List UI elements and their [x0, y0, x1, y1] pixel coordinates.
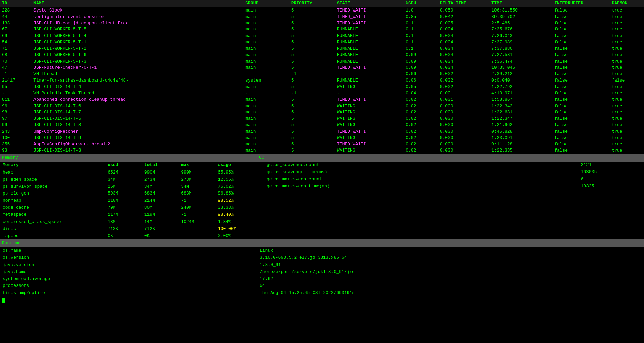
cell-mem-name: ps_survivor_space — [0, 183, 105, 190]
cell-group: - — [243, 90, 289, 97]
cell-daemon: true — [610, 33, 644, 39]
cell-priority: 5 — [289, 84, 335, 90]
cell-delta: 0.004 — [438, 65, 489, 71]
list-item: java.home /home/export/servers/jdk1.8.0_… — [0, 269, 644, 276]
cell-priority: 5 — [289, 77, 335, 84]
cell-state: WAITING — [335, 135, 404, 141]
cell-group: main — [243, 141, 289, 148]
cell-mem-total: 712K — [142, 226, 179, 233]
cell-delta: 0.000 — [438, 122, 489, 129]
cell-name: JSF-CLI-DIS-14-T-5 — [31, 116, 243, 122]
cell-name: JSF-CLI-WORKER-5-T-2 — [31, 46, 243, 52]
list-item: ps_eden_space 34M 273M 273M 12.55% — [0, 176, 257, 183]
cell-time: 10:33.045 — [489, 65, 552, 71]
cell-id: 67 — [0, 26, 31, 33]
table-row: -1 VM Thread - -1 - 0.06 0.002 2:39.212 … — [0, 71, 644, 77]
list-item: ps_survivor_space 25M 34M 34M 75.02% — [0, 183, 257, 190]
cell-id: 99 — [0, 122, 31, 129]
cell-gc-key: gc.ps_marksweep.time(ms) — [264, 183, 578, 190]
cell-interrupted: false — [552, 122, 610, 129]
list-item: mapped 0K 0K - 0.00% — [0, 233, 257, 240]
table-row: 69 JSF-CLI-WORKER-5-T-4 main 5 RUNNABLE … — [0, 33, 644, 39]
cell-mem-usage: 65.95% — [215, 169, 257, 176]
cell-time: 7:26.043 — [489, 33, 552, 39]
cell-priority: 5 — [289, 46, 335, 52]
list-item: code_cache 79M 80M 240M 33.33% — [0, 204, 257, 211]
cell-priority: 5 — [289, 122, 335, 129]
cell-time: 7:37.886 — [489, 46, 552, 52]
cell-interrupted: false — [552, 116, 610, 122]
cell-runtime-value: 64 — [257, 282, 644, 290]
cell-mem-name: nonheap — [0, 197, 105, 204]
cell-mem-total: 0K — [142, 233, 179, 240]
cell-name: JSF-CLI-WORKER-5-T-4 — [31, 33, 243, 39]
cell-delta: 0.004 — [438, 59, 489, 65]
cell-id: 69 — [0, 33, 31, 39]
cell-mem-max: -1 — [178, 197, 215, 204]
cell-mem-usage: 100.00% — [215, 226, 257, 233]
cell-cpu: 0.02 — [404, 109, 438, 116]
cell-group: main — [243, 33, 289, 39]
cell-runtime-key: os.version — [0, 254, 257, 261]
table-row: 243 ump-ConfigFetcher main 5 TIMED_WAITI… — [0, 129, 644, 135]
cell-daemon: true — [610, 116, 644, 122]
cell-time: 0:11.128 — [489, 141, 552, 148]
cell-interrupted: false — [552, 52, 610, 59]
cell-time: 2:5.485 — [489, 20, 552, 27]
cell-group: - — [243, 71, 289, 77]
cell-priority: 5 — [289, 65, 335, 71]
table-row: 100 JSF-CLI-DIS-14-T-9 main 5 WAITING 0.… — [0, 135, 644, 141]
cell-gc-key: gc.ps_scavenge.time(ms) — [264, 169, 578, 176]
cell-interrupted: false — [552, 39, 610, 46]
cell-time: 0:0.040 — [489, 77, 552, 84]
cell-runtime-value: 3.10.0-693.5.2.el7.jd_3313.x86_64 — [257, 254, 644, 261]
cell-group: main — [243, 39, 289, 46]
cell-daemon: true — [610, 20, 644, 27]
cell-time: 1:22.342 — [489, 103, 552, 110]
list-item: os.version 3.10.0-693.5.2.el7.jd_3313.x8… — [0, 254, 644, 261]
cell-cpu: 0.85 — [404, 14, 438, 20]
cell-mem-usage: 33.33% — [215, 204, 257, 211]
cell-daemon: true — [610, 84, 644, 90]
cell-name: JSF-CLI-WORKER-5-T-5 — [31, 26, 243, 33]
cell-mem-name: metaspace — [0, 211, 105, 219]
cell-state: TIMED_WAITI — [335, 7, 404, 14]
cell-gc-value: 163035 — [578, 169, 644, 176]
table-row: 811 Abandoned connection cleanup thread … — [0, 97, 644, 103]
cell-mem-used: 117M — [105, 211, 142, 219]
cell-group: main — [243, 20, 289, 27]
cell-mem-total: 273M — [142, 176, 179, 183]
cell-mem-total: 119M — [142, 211, 179, 219]
cell-interrupted: false — [552, 147, 610, 154]
cell-mem-name: heap — [0, 169, 105, 176]
cell-delta: 0.042 — [438, 14, 489, 20]
table-row: 68 JSF-CLI-WORKER-5-T-6 main 5 RUNNABLE … — [0, 52, 644, 59]
cell-mem-max: -1 — [178, 211, 215, 219]
cell-cpu: 0.02 — [404, 116, 438, 122]
cell-priority: 5 — [289, 26, 335, 33]
cell-interrupted: false — [552, 14, 610, 20]
table-row: 67 JSF-CLI-WORKER-5-T-5 main 5 RUNNABLE … — [0, 26, 644, 33]
cell-delta: 0.050 — [438, 7, 489, 14]
cell-mem-max: 273M — [178, 176, 215, 183]
cell-cpu: 0.11 — [404, 20, 438, 27]
cell-daemon: true — [610, 71, 644, 77]
cell-daemon: true — [610, 109, 644, 116]
cell-time: 4:10.971 — [489, 90, 552, 97]
cell-mem-used: 652M — [105, 169, 142, 176]
cell-mem-usage: 0.00% — [215, 233, 257, 240]
runtime-table: os.name Linux os.version 3.10.0-693.5.2.… — [0, 247, 644, 297]
cell-state: - — [335, 90, 404, 97]
cell-cpu: 0.1 — [404, 39, 438, 46]
cell-name: JSF-CLI-DIS-14-T-7 — [31, 109, 243, 116]
cell-cpu: 0.09 — [404, 65, 438, 71]
cell-interrupted: false — [552, 26, 610, 33]
cell-mem-usage: 75.02% — [215, 183, 257, 190]
cell-delta: 0.000 — [438, 135, 489, 141]
cell-group: main — [243, 59, 289, 65]
cell-daemon: true — [610, 135, 644, 141]
cell-mem-max: 683M — [178, 190, 215, 197]
cell-delta: 0.002 — [438, 77, 489, 84]
table-row: 93 JSF-CLI-DIS-14-T-3 main 5 WAITING 0.0… — [0, 147, 644, 154]
cell-mem-total: 34M — [142, 183, 179, 190]
